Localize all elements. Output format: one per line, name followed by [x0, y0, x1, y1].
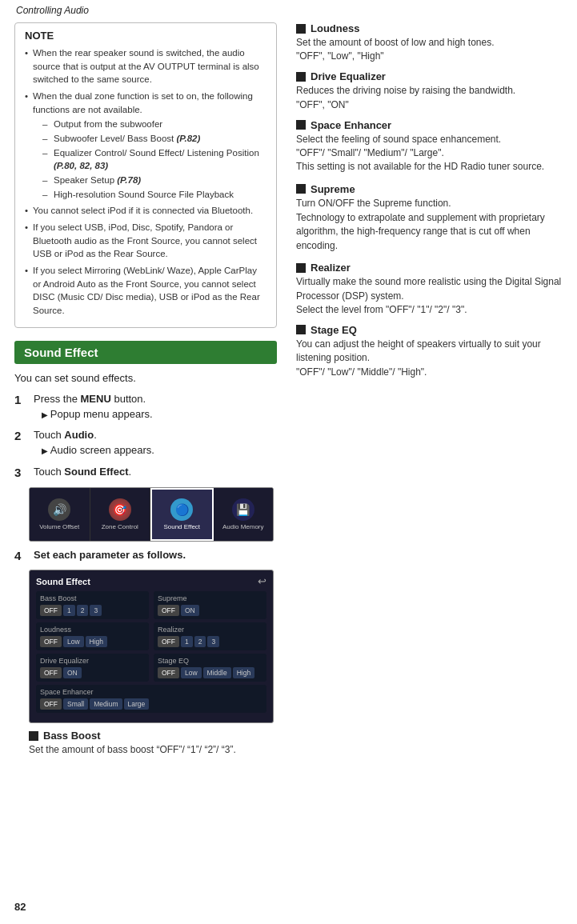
- drive-equalizer-desc: Reduces the driving noise by raising the…: [296, 84, 563, 98]
- step-2-num: 2: [14, 428, 29, 444]
- loudness-high[interactable]: High: [86, 636, 107, 647]
- page-number: 82: [14, 901, 26, 913]
- bass-boost-group: Bass Boost OFF 1 2 3: [36, 591, 149, 619]
- stage-eq-off[interactable]: OFF: [158, 667, 179, 678]
- space-enhancer-section: Space Enhancer Select the feeling of sou…: [296, 119, 563, 174]
- drive-equalizer-title-text: Drive Equalizer: [311, 70, 386, 82]
- stage-eq-low[interactable]: Low: [181, 667, 202, 678]
- loudness-low[interactable]: Low: [63, 636, 84, 647]
- settings-row-3: Drive Equalizer OFF ON Stage EQ OFF Low …: [36, 654, 266, 682]
- bass-boost-title: Bass Boost: [29, 730, 277, 742]
- note-list: When the rear speaker sound is switched,…: [25, 46, 266, 318]
- bass-boost-2[interactable]: 2: [77, 605, 89, 616]
- drive-eq-on[interactable]: ON: [63, 667, 82, 678]
- loudness-square-icon: [296, 24, 306, 34]
- realizer-title-text: Realizer: [311, 262, 351, 274]
- step-1: 1 Press the MENU button. Popup menu appe…: [14, 392, 277, 422]
- space-enhancer-title: Space Enhancer: [296, 119, 563, 131]
- loudness-btns: OFF Low High: [40, 636, 145, 647]
- loudness-title: Loudness: [296, 22, 563, 34]
- menu-item-audio-label: Audio Memory: [222, 523, 264, 530]
- space-enhancer-btns: OFF Small Medium Large: [40, 698, 262, 710]
- realizer-values: Select the level from "OFF"/ "1"/ "2"/ "…: [296, 304, 563, 315]
- stage-eq-section: Stage EQ You can adjust the height of sp…: [296, 324, 563, 378]
- step-1-content: Press the MENU button. Popup menu appear…: [34, 392, 153, 422]
- stage-eq-label: Stage EQ: [158, 657, 262, 665]
- drive-equalizer-section: Drive Equalizer Reduces the driving nois…: [296, 70, 563, 110]
- step-1-num: 1: [14, 392, 29, 408]
- menu-item-zone-label: Zone Control: [102, 523, 138, 530]
- step-4-num: 4: [14, 548, 29, 564]
- note-title: NOTE: [25, 30, 266, 42]
- space-enhancer-medium[interactable]: Medium: [90, 698, 122, 710]
- step-1-result: Popup menu appears.: [34, 408, 153, 420]
- step-3-num: 3: [14, 465, 29, 481]
- stage-eq-high[interactable]: High: [233, 667, 254, 678]
- realizer-1[interactable]: 1: [181, 636, 193, 647]
- loudness-off[interactable]: OFF: [40, 636, 62, 647]
- supreme-off[interactable]: OFF: [158, 605, 179, 616]
- drive-equalizer-values: "OFF", "ON": [296, 99, 563, 110]
- stage-eq-group: Stage EQ OFF Low Middle High: [154, 654, 266, 682]
- step-3-content: Touch Sound Effect.: [34, 465, 131, 480]
- realizer-desc: Virtually make the sound more realistic …: [296, 275, 563, 303]
- supreme-label: Supreme: [158, 594, 262, 602]
- menu-item-sound-label: Sound Effect: [163, 523, 200, 530]
- sub-item-1: Output from the subwoofer: [42, 118, 266, 131]
- supreme-extra: Technology to extrapolate and supplement…: [296, 211, 563, 253]
- loudness-values: "OFF", "Low", "High": [296, 50, 563, 62]
- space-enhancer-extra: This setting is not available for the HD…: [296, 160, 563, 174]
- note-box: NOTE When the rear speaker sound is swit…: [14, 22, 277, 328]
- space-enhancer-desc: Select the feeling of sound space enhanc…: [296, 133, 563, 146]
- sound-effect-icon: 🔵: [170, 498, 193, 521]
- supreme-on[interactable]: ON: [181, 605, 199, 616]
- space-enhancer-large[interactable]: Large: [124, 698, 150, 710]
- sub-list: Output from the subwoofer Subwoofer Leve…: [33, 118, 266, 201]
- step-3: 3 Touch Sound Effect.: [14, 465, 277, 481]
- menu-item-sound-effect[interactable]: 🔵 Sound Effect: [150, 488, 214, 541]
- step-4: 4 Set each parameter as follows.: [14, 548, 277, 564]
- space-enhancer-title-text: Space Enhancer: [311, 119, 391, 131]
- step-2-content: Touch Audio. Audio screen appears.: [34, 428, 154, 458]
- volume-icon: 🔊: [48, 498, 70, 521]
- drive-eq-label: Drive Equalizer: [40, 657, 145, 665]
- loudness-desc: Set the amount of boost of low and high …: [296, 36, 563, 50]
- bass-boost-label: Bass Boost: [40, 594, 145, 602]
- menu-item-audio-memory[interactable]: 💾 Audio Memory: [214, 488, 274, 541]
- menu-item-volume[interactable]: 🔊 Volume Offset: [30, 488, 90, 541]
- loudness-title-text: Loudness: [311, 22, 359, 34]
- step-2-result: Audio screen appears.: [34, 444, 154, 456]
- sub-item-2: Subwoofer Level/ Bass Boost (P.82): [42, 132, 266, 146]
- bass-boost-3[interactable]: 3: [90, 605, 102, 616]
- settings-panel: Sound Effect ↩ Bass Boost OFF 1 2 3 Supr…: [29, 570, 274, 723]
- bass-boost-desc: Set the amount of bass boost “OFF”/ “1”/…: [29, 743, 277, 757]
- bass-boost-square-icon: [29, 731, 38, 741]
- note-item-4: If you select USB, iPod, Disc, Spotify, …: [25, 221, 266, 261]
- bass-boost-desc-section: Bass Boost Set the amount of bass boost …: [29, 730, 277, 757]
- stage-eq-middle[interactable]: Middle: [203, 667, 231, 678]
- realizer-off[interactable]: OFF: [158, 636, 179, 647]
- settings-panel-title: Sound Effect: [36, 577, 90, 586]
- space-enhancer-small[interactable]: Small: [63, 698, 88, 710]
- menu-item-zone[interactable]: 🎯 Zone Control: [90, 488, 151, 541]
- supreme-desc: Turn ON/OFF the Supreme function.: [296, 197, 563, 210]
- step-2: 2 Touch Audio. Audio screen appears.: [14, 428, 277, 458]
- realizer-2[interactable]: 2: [194, 636, 206, 647]
- settings-back-icon[interactable]: ↩: [258, 575, 266, 587]
- note-item-2: When the dual zone function is set to on…: [25, 90, 266, 201]
- drive-eq-off[interactable]: OFF: [40, 667, 62, 678]
- drive-equalizer-title: Drive Equalizer: [296, 70, 563, 82]
- right-column: Loudness Set the amount of boost of low …: [288, 22, 577, 766]
- supreme-title: Supreme: [296, 183, 563, 195]
- bass-boost-1[interactable]: 1: [63, 605, 75, 616]
- zone-icon: 🎯: [109, 498, 131, 521]
- realizer-3[interactable]: 3: [207, 636, 219, 647]
- bass-boost-off[interactable]: OFF: [40, 605, 62, 616]
- supreme-btns: OFF ON: [158, 605, 262, 616]
- space-enhancer-off[interactable]: OFF: [40, 698, 62, 710]
- supreme-title-text: Supreme: [311, 183, 355, 195]
- menu-image: 🔊 Volume Offset 🎯 Zone Control 🔵 Sound E…: [29, 487, 274, 542]
- loudness-group: Loudness OFF Low High: [36, 622, 149, 650]
- supreme-square-icon: [296, 184, 306, 194]
- settings-panel-header: Sound Effect ↩: [36, 575, 266, 587]
